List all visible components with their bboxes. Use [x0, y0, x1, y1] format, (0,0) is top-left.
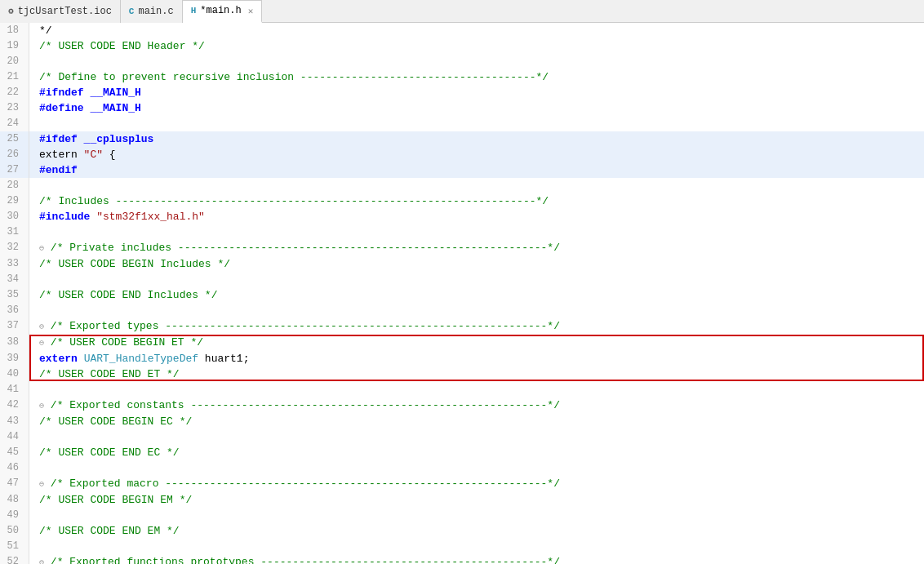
line-37: 37 ⊖ /* Exported types -----------------…: [0, 318, 924, 335]
line-number-19: 19: [0, 38, 29, 54]
line-number-35: 35: [0, 287, 29, 303]
line-number-36: 36: [0, 303, 29, 318]
line-44: 44: [0, 429, 924, 445]
line-36: 36: [0, 303, 924, 318]
line-content-20[interactable]: [29, 54, 924, 69]
line-38: 38 ⊖ /* USER CODE BEGIN ET */: [0, 335, 924, 351]
line-content-34[interactable]: [29, 272, 924, 287]
line-25: 25 #ifdef __cplusplus: [0, 131, 924, 147]
line-32: 32 ⊖ /* Private includes ---------------…: [0, 240, 924, 256]
line-content-48[interactable]: /* USER CODE BEGIN EM */: [29, 492, 924, 508]
close-icon[interactable]: ✕: [248, 6, 254, 16]
line-number-40: 40: [0, 366, 29, 382]
line-41: 41: [0, 382, 924, 397]
tab-icon-mainc: C: [129, 7, 135, 16]
tab-label-mainh: *main.h: [200, 5, 241, 16]
tab-mainc[interactable]: C main.c: [121, 0, 183, 23]
line-49: 49: [0, 508, 924, 523]
line-content-52[interactable]: ⊖ /* Exported functions prototypes -----…: [29, 554, 924, 564]
line-content-22[interactable]: #ifndef __MAIN_H: [29, 85, 924, 100]
line-content-49[interactable]: [29, 508, 924, 523]
line-26: 26 extern "C" {: [0, 147, 924, 162]
line-number-27: 27: [0, 162, 29, 178]
line-number-41: 41: [0, 382, 29, 397]
line-content-47[interactable]: ⊖ /* Exported macro --------------------…: [29, 476, 924, 492]
line-42: 42 ⊖ /* Exported constants -------------…: [0, 397, 924, 414]
line-content-25[interactable]: #ifdef __cplusplus: [29, 131, 924, 147]
line-43: 43 /* USER CODE BEGIN EC */: [0, 414, 924, 429]
line-content-26[interactable]: extern "C" {: [29, 147, 924, 162]
line-content-33[interactable]: /* USER CODE BEGIN Includes */: [29, 256, 924, 272]
line-content-27[interactable]: #endif: [29, 162, 924, 178]
line-number-20: 20: [0, 54, 29, 69]
line-number-38: 38: [0, 335, 29, 351]
line-number-30: 30: [0, 209, 29, 224]
line-34: 34: [0, 272, 924, 287]
line-content-46[interactable]: [29, 460, 924, 476]
tab-icon-gear: ⚙: [8, 6, 14, 16]
line-27: 27 #endif: [0, 162, 924, 178]
line-number-22: 22: [0, 85, 29, 100]
line-number-31: 31: [0, 224, 29, 240]
line-number-51: 51: [0, 539, 29, 554]
line-number-28: 28: [0, 178, 29, 193]
line-content-37[interactable]: ⊖ /* Exported types --------------------…: [29, 318, 924, 335]
line-content-35[interactable]: /* USER CODE END Includes */: [29, 287, 924, 303]
line-50: 50 /* USER CODE END EM */: [0, 523, 924, 539]
line-content-24[interactable]: [29, 116, 924, 131]
line-number-52: 52: [0, 554, 29, 564]
line-content-29[interactable]: /* Includes ----------------------------…: [29, 193, 924, 209]
code-lines: 18 */ 19 /* USER CODE END Header */ 20 2…: [0, 23, 924, 564]
line-content-43[interactable]: /* USER CODE BEGIN EC */: [29, 414, 924, 429]
line-content-30[interactable]: #include "stm32f1xx_hal.h": [29, 209, 924, 224]
line-content-38[interactable]: ⊖ /* USER CODE BEGIN ET */: [29, 335, 924, 351]
line-content-51[interactable]: [29, 539, 924, 554]
editor-container: 18 */ 19 /* USER CODE END Header */ 20 2…: [0, 23, 924, 564]
line-24: 24: [0, 116, 924, 131]
line-35: 35 /* USER CODE END Includes */: [0, 287, 924, 303]
line-content-45[interactable]: /* USER CODE END EC */: [29, 445, 924, 460]
line-number-32: 32: [0, 240, 29, 256]
line-number-49: 49: [0, 508, 29, 523]
line-22: 22 #ifndef __MAIN_H: [0, 85, 924, 100]
line-19: 19 /* USER CODE END Header */: [0, 38, 924, 54]
tab-mainh[interactable]: H *main.h ✕: [183, 0, 263, 23]
line-content-19[interactable]: /* USER CODE END Header */: [29, 38, 924, 54]
line-number-46: 46: [0, 460, 29, 476]
line-content-28[interactable]: [29, 178, 924, 193]
line-number-37: 37: [0, 318, 29, 335]
line-number-25: 25: [0, 131, 29, 147]
line-number-48: 48: [0, 492, 29, 508]
line-31: 31: [0, 224, 924, 240]
line-number-39: 39: [0, 351, 29, 366]
line-20: 20: [0, 54, 924, 69]
line-content-18[interactable]: */: [29, 23, 924, 38]
line-content-50[interactable]: /* USER CODE END EM */: [29, 523, 924, 539]
line-45: 45 /* USER CODE END EC */: [0, 445, 924, 460]
line-content-23[interactable]: #define __MAIN_H: [29, 100, 924, 116]
line-number-26: 26: [0, 147, 29, 162]
line-content-40[interactable]: /* USER CODE END ET */: [29, 366, 924, 382]
line-content-41[interactable]: [29, 382, 924, 397]
line-21: 21 /* Define to prevent recursive inclus…: [0, 69, 924, 85]
line-content-39[interactable]: extern UART_HandleTypeDef huart1;: [29, 351, 924, 366]
line-content-44[interactable]: [29, 429, 924, 445]
line-number-45: 45: [0, 445, 29, 460]
line-content-42[interactable]: ⊖ /* Exported constants ----------------…: [29, 397, 924, 414]
line-40: 40 /* USER CODE END ET */: [0, 366, 924, 382]
line-51: 51: [0, 539, 924, 554]
red-box-group: 38 ⊖ /* USER CODE BEGIN ET */ 39 extern …: [0, 335, 924, 382]
line-number-24: 24: [0, 116, 29, 131]
line-39: 39 extern UART_HandleTypeDef huart1;: [0, 351, 924, 366]
tab-label-mainc: main.c: [138, 6, 173, 17]
line-number-18: 18: [0, 23, 29, 38]
line-number-34: 34: [0, 272, 29, 287]
line-content-32[interactable]: ⊖ /* Private includes ------------------…: [29, 240, 924, 256]
tab-icon-mainh: H: [191, 6, 197, 16]
line-29: 29 /* Includes -------------------------…: [0, 193, 924, 209]
line-content-36[interactable]: [29, 303, 924, 318]
line-number-44: 44: [0, 429, 29, 445]
line-content-21[interactable]: /* Define to prevent recursive inclusion…: [29, 69, 924, 85]
line-content-31[interactable]: [29, 224, 924, 240]
tab-tjcusarttest[interactable]: ⚙ tjcUsartTest.ioc: [0, 0, 121, 23]
